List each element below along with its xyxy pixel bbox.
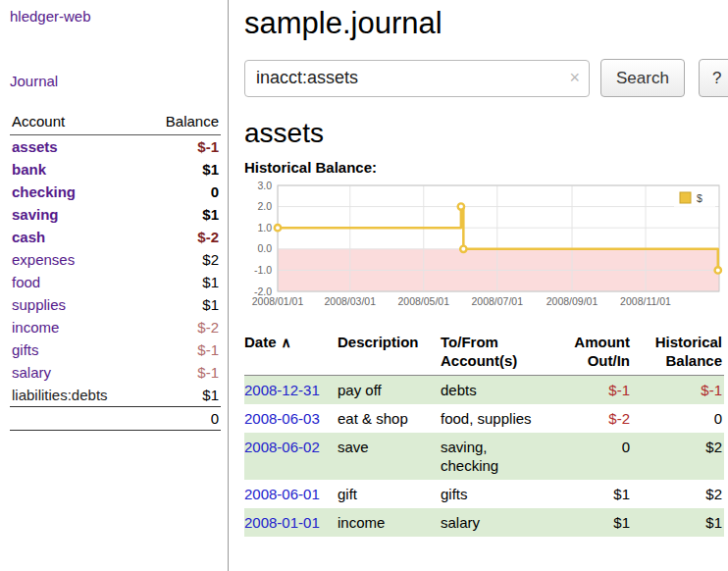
register-header-accounts: To/From Account(s) — [441, 331, 553, 376]
register-row: 2008-06-02savesaving,checking0$2 — [244, 433, 724, 480]
account-name-cell: gifts — [10, 338, 144, 361]
account-row: saving$1 — [10, 203, 221, 226]
register-date-link[interactable]: 2008-01-01 — [244, 514, 320, 531]
register-header-date-label[interactable]: Date — [244, 334, 277, 350]
account-row: supplies$1 — [10, 293, 221, 316]
account-row: salary$-1 — [10, 361, 221, 384]
account-row: checking0 — [10, 181, 221, 203]
sidebar: hledger-web Journal Account Balance asse… — [0, 0, 229, 571]
register-balance: $2 — [632, 433, 724, 480]
app-window: hledger-web Journal Account Balance asse… — [0, 0, 728, 571]
register-balance: $-1 — [632, 376, 724, 405]
account-balance: $-2 — [144, 316, 221, 338]
svg-text:-1.0: -1.0 — [254, 264, 272, 276]
account-row: food$1 — [10, 271, 221, 293]
register-table: Date∧ Description To/From Account(s) Amo… — [244, 331, 724, 537]
svg-text:$: $ — [697, 192, 702, 204]
svg-text:2.0: 2.0 — [257, 200, 272, 212]
chart-title: Historical Balance: — [244, 159, 728, 176]
accounts-body: assets$-1bank$1checking0saving$1cash$-2e… — [10, 135, 221, 407]
account-link[interactable]: bank — [12, 161, 46, 178]
register-header-balance-line2: Balance — [632, 351, 722, 370]
account-row: bank$1 — [10, 158, 221, 181]
register-date-link[interactable]: 2008-06-01 — [244, 486, 320, 502]
register-accounts: food, supplies — [441, 404, 553, 433]
account-link[interactable]: cash — [12, 229, 45, 245]
register-amount: $-1 — [553, 376, 632, 405]
app-title-link[interactable]: hledger-web — [10, 8, 221, 25]
account-row: gifts$-1 — [10, 338, 221, 361]
register-amount: 0 — [553, 433, 632, 480]
accounts-header-account: Account — [10, 110, 144, 135]
register-header-row: Date∧ Description To/From Account(s) Amo… — [244, 331, 724, 376]
account-name-cell: food — [10, 271, 144, 293]
account-balance: $1 — [144, 158, 221, 181]
account-row: assets$-1 — [10, 135, 221, 159]
register-row: 2008-06-03eat & shopfood, supplies$-20 — [244, 404, 724, 433]
accounts-header-row: Account Balance — [10, 110, 221, 135]
register-header-amount-line2: Out/In — [553, 351, 630, 370]
clear-search-icon[interactable]: × — [569, 68, 580, 87]
register-amount: $-2 — [553, 404, 632, 433]
svg-text:2008/09/01: 2008/09/01 — [546, 295, 598, 307]
register-header-description: Description — [338, 331, 441, 376]
register-accounts: debts — [441, 376, 553, 405]
sidebar-item-journal[interactable]: Journal — [10, 73, 221, 89]
account-row: cash$-2 — [10, 226, 221, 248]
help-button[interactable]: ? — [699, 59, 728, 97]
register-date-cell: 2008-06-01 — [244, 480, 338, 508]
register-amount: $1 — [553, 508, 632, 537]
search-button[interactable]: Search — [600, 59, 685, 97]
account-balance: 0 — [144, 181, 221, 203]
account-name-cell: bank — [10, 158, 144, 181]
account-row: income$-2 — [10, 316, 221, 338]
account-name-cell: income — [10, 316, 144, 338]
account-name-cell: saving — [10, 203, 144, 226]
register-body: 2008-12-31pay offdebts$-1$-12008-06-03ea… — [244, 376, 724, 538]
account-balance: $2 — [144, 248, 221, 271]
search-input[interactable] — [244, 60, 590, 97]
account-balance: $-1 — [144, 361, 221, 384]
sort-ascending-icon[interactable]: ∧ — [282, 335, 291, 350]
account-link[interactable]: expenses — [12, 251, 75, 268]
account-row: expenses$2 — [10, 248, 221, 271]
main-content: sample.journal × Search ? assets Histori… — [229, 0, 728, 571]
register-header-date: Date∧ — [244, 331, 338, 376]
account-balance: $1 — [144, 271, 221, 293]
section-title: assets — [244, 118, 728, 149]
svg-text:2008/03/01: 2008/03/01 — [324, 295, 376, 307]
svg-text:2008/01/01: 2008/01/01 — [252, 295, 304, 307]
account-link[interactable]: gifts — [12, 341, 39, 358]
register-description: save — [338, 433, 441, 480]
account-link[interactable]: supplies — [12, 296, 66, 313]
account-link[interactable]: salary — [12, 364, 51, 381]
register-date-cell: 2008-06-02 — [244, 433, 338, 480]
account-name-cell: expenses — [10, 248, 144, 271]
register-header-balance-line1: Historical — [632, 333, 722, 351]
account-balance: $-1 — [144, 338, 221, 361]
register-date-cell: 2008-01-01 — [244, 508, 338, 537]
account-link[interactable]: assets — [12, 138, 58, 155]
account-balance: $1 — [144, 293, 221, 316]
account-name-cell: liabilities:debts — [10, 384, 144, 407]
register-description: eat & shop — [338, 404, 441, 433]
account-link[interactable]: food — [12, 274, 40, 290]
register-date-link[interactable]: 2008-06-02 — [244, 439, 320, 455]
register-balance: 0 — [632, 404, 724, 433]
account-row: liabilities:debts$1 — [10, 384, 221, 407]
register-date-link[interactable]: 2008-06-03 — [244, 410, 320, 427]
svg-text:2008/07/01: 2008/07/01 — [471, 295, 523, 307]
register-row: 2008-01-01incomesalary$1$1 — [244, 508, 724, 537]
account-link[interactable]: liabilities:debts — [12, 387, 108, 403]
accounts-total-row: 0 — [10, 407, 221, 431]
account-name-cell: salary — [10, 361, 144, 384]
accounts-total-value: 0 — [144, 407, 221, 431]
account-link[interactable]: income — [12, 319, 59, 336]
account-link[interactable]: saving — [12, 206, 59, 223]
svg-text:2008/05/01: 2008/05/01 — [397, 295, 449, 307]
register-header-amount: Amount Out/In — [553, 331, 632, 376]
register-date-cell: 2008-12-31 — [244, 376, 338, 405]
register-date-cell: 2008-06-03 — [244, 404, 338, 433]
register-date-link[interactable]: 2008-12-31 — [244, 382, 320, 398]
account-link[interactable]: checking — [12, 183, 76, 200]
